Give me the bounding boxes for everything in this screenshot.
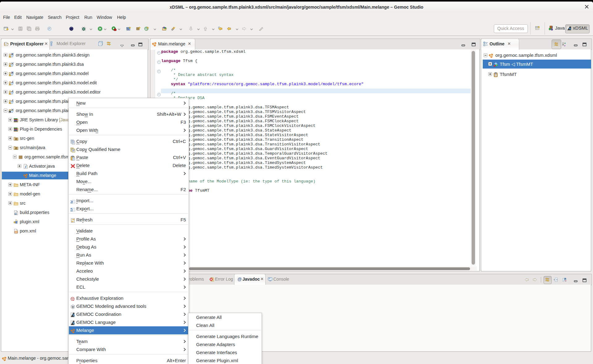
svg-text:M: M bbox=[15, 231, 17, 233]
svg-text:M: M bbox=[72, 306, 74, 308]
svg-text:L: L bbox=[9, 111, 11, 113]
svg-text:J: J bbox=[25, 165, 27, 169]
svg-text:M: M bbox=[11, 53, 13, 55]
svg-text:J: J bbox=[552, 26, 553, 29]
svg-text:s: s bbox=[74, 299, 74, 301]
svg-text:010: 010 bbox=[15, 213, 17, 215]
svg-text:z: z bbox=[564, 44, 566, 47]
svg-text:M: M bbox=[11, 71, 13, 74]
svg-text:Gr: Gr bbox=[127, 28, 129, 30]
